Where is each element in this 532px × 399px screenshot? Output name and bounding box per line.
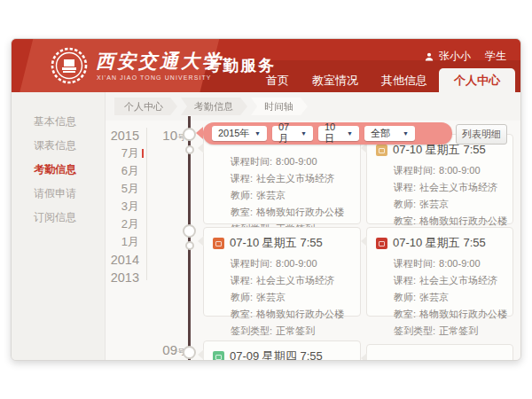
- month-dropdown[interactable]: 07月▼: [272, 126, 313, 141]
- breadcrumb-timeline[interactable]: 时间轴: [251, 98, 308, 115]
- timeline-node: [183, 128, 196, 141]
- chevron-down-icon: ▼: [347, 130, 353, 137]
- app-header: 西安交通大学 XI'AN JIAO TONG UNIVERSITY 考勤服务 张…: [12, 39, 520, 92]
- chevron-down-icon: ▼: [403, 130, 409, 137]
- attendance-card[interactable]: [366, 344, 513, 361]
- university-name-en: XI'AN JIAO TONG UNIVERSITY: [97, 74, 212, 81]
- attendance-card[interactable]: 07-09 星期四 7:55: [203, 340, 361, 361]
- date-nav-jan[interactable]: 1月: [95, 233, 139, 251]
- attendance-card[interactable]: 07-10 星期五 7:55 课程时间:8:00-9:00 课程:社会主义市场经…: [366, 134, 513, 224]
- event-icon: [376, 238, 387, 249]
- list-detail-button[interactable]: 列表明细: [456, 124, 507, 145]
- date-nav-mar[interactable]: 3月: [95, 198, 139, 215]
- chevron-down-icon: ▼: [301, 130, 307, 137]
- date-nav-2014[interactable]: 2014: [95, 251, 139, 269]
- event-icon: [213, 351, 224, 362]
- date-nav-feb[interactable]: 2月: [95, 215, 139, 233]
- date-nav-2013[interactable]: 2013: [95, 269, 139, 286]
- attendance-card[interactable]: 07-10 星期五 7:55 课程时间:8:00-9:00 课程:社会主义市场经…: [366, 227, 513, 317]
- timeline-node: [185, 145, 194, 154]
- timeline-node: [185, 241, 194, 250]
- card-fields: 课程时间:8:00-9:00 课程:社会主义市场经济 教师:张芸京 教室:格物致…: [367, 254, 512, 340]
- date-nav-divider: [146, 128, 147, 280]
- attendance-card[interactable]: 课程时间:8:00-9:00 课程:社会主义市场经济 教师:张芸京 教室:格物致…: [203, 134, 361, 224]
- day-label-10: 10号: [153, 128, 185, 144]
- sidebar-item-leave-request[interactable]: 请假申请: [12, 182, 105, 206]
- nav-home[interactable]: 首页: [254, 69, 301, 92]
- day-label-09: 09号: [153, 342, 185, 358]
- event-icon: [213, 238, 224, 249]
- sidebar-item-timetable[interactable]: 课表信息: [12, 134, 105, 158]
- date-nav: 2015 7月 6月 5月 3月 2月 1月 2014 2013: [95, 127, 139, 286]
- sidebar-item-attendance[interactable]: 考勤信息: [12, 158, 105, 182]
- university-logo-icon: [51, 47, 88, 84]
- card-date: 07-10 星期五 7:55: [230, 235, 323, 251]
- date-nav-may[interactable]: 5月: [95, 180, 139, 198]
- chevron-down-icon: ▼: [254, 130, 261, 137]
- nav-other-info[interactable]: 其他信息: [370, 69, 439, 92]
- date-nav-jul[interactable]: 7月: [95, 145, 139, 162]
- nav-classrooms[interactable]: 教室情况: [301, 69, 370, 92]
- day-dropdown[interactable]: 10日▼: [318, 126, 359, 141]
- current-month-marker: [142, 149, 144, 158]
- user-info[interactable]: 张小小 学生: [424, 49, 506, 64]
- date-filter-bar: 2015年▼ 07月▼ 10日▼ 全部▼: [203, 122, 452, 145]
- breadcrumb-personal-center[interactable]: 个人中心: [114, 98, 177, 115]
- top-nav: 首页 教室情况 其他信息 个人中心: [254, 68, 515, 92]
- card-fields: 课程时间:8:00-9:00 课程:社会主义市场经济 教师:张芸京 教室:格物致…: [204, 254, 360, 340]
- breadcrumb-attendance[interactable]: 考勤信息: [181, 98, 247, 115]
- breadcrumb: 个人中心 考勤信息 时间轴: [106, 92, 520, 121]
- nav-personal-center[interactable]: 个人中心: [439, 68, 515, 92]
- user-role: 学生: [485, 49, 506, 64]
- card-date: 07-10 星期五 7:55: [393, 235, 486, 251]
- user-name: 张小小: [439, 49, 471, 64]
- attendance-card[interactable]: 07-10 星期五 7:55 课程时间:8:00-9:00 课程:社会主义市场经…: [203, 227, 361, 317]
- sidebar-item-subscription[interactable]: 订阅信息: [12, 206, 105, 230]
- app-window: 西安交通大学 XI'AN JIAO TONG UNIVERSITY 考勤服务 张…: [11, 38, 521, 361]
- card-fields: 课程时间:8:00-9:00 课程:社会主义市场经济 教师:张芸京 教室:格物致…: [204, 135, 360, 238]
- person-icon: [424, 51, 434, 62]
- sidebar: 基本信息 课表信息 考勤信息 请假申请 订阅信息: [12, 92, 106, 360]
- scope-dropdown[interactable]: 全部▼: [364, 126, 415, 141]
- timeline-node: [183, 224, 196, 238]
- year-dropdown[interactable]: 2015年▼: [212, 126, 267, 141]
- date-nav-2015[interactable]: 2015: [95, 127, 139, 145]
- timeline-node: [183, 346, 196, 359]
- sidebar-item-basic-info[interactable]: 基本信息: [12, 110, 105, 134]
- card-date: 07-09 星期四 7:55: [230, 348, 323, 361]
- date-nav-jun[interactable]: 6月: [95, 162, 139, 180]
- event-icon: [376, 145, 387, 156]
